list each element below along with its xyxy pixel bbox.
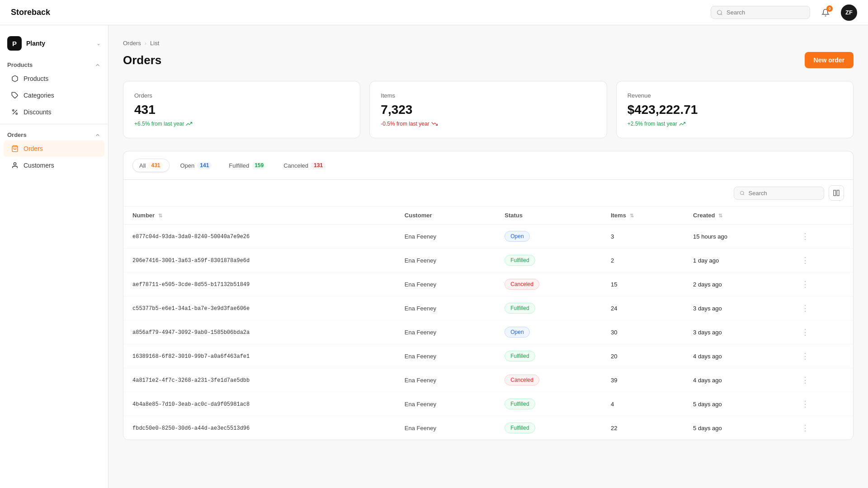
cell-number: 4b4a8e85-7d10-3eab-ac0c-da9f05981ac8 [123,392,396,416]
cell-actions: ⋮ [789,225,853,249]
notification-badge: 0 [826,5,833,12]
stat-change: +6.5% from last year [134,121,349,127]
orders-section-header[interactable]: Orders [0,128,108,140]
cell-actions: ⋮ [789,368,853,392]
cell-created: 5 days ago [684,392,789,416]
row-action-menu[interactable]: ⋮ [798,327,812,337]
cell-created: 5 days ago [684,416,789,440]
filter-label: Open [180,162,194,169]
status-badge: Fulfilled [505,255,535,266]
breadcrumb: Orders › List [123,40,854,47]
stat-value: 7,323 [381,103,595,117]
row-action-menu[interactable]: ⋮ [798,231,812,241]
cell-status: Fulfilled [495,416,602,440]
row-action-menu[interactable]: ⋮ [798,351,812,361]
col-items[interactable]: Items ⇅ [602,206,684,225]
cell-number: e877c04d-93da-3da0-8240-50040a7e9e26 [123,225,396,249]
sidebar-item-orders[interactable]: Orders [4,141,104,157]
table-search-input[interactable] [749,190,818,197]
table-row[interactable]: 4a8171e2-4f7c-3268-a231-3fe1d7ae5dbb Ena… [123,368,853,392]
cell-number: fbdc50e0-8250-30d6-a44d-ae3ec5513d96 [123,416,396,440]
trend-up-icon [679,121,685,127]
sidebar-item-customers[interactable]: Customers [4,157,104,174]
cell-items: 2 [602,249,684,272]
stat-value: 431 [134,103,349,117]
box-icon [11,75,19,83]
row-action-menu[interactable]: ⋮ [798,303,812,313]
table-row[interactable]: aef78711-e505-3cde-8d55-b17132b51849 Ena… [123,272,853,296]
filter-label: Canceled [283,162,308,169]
status-badge: Open [505,327,529,338]
sidebar-item-label: Orders [24,145,43,152]
row-action-menu[interactable]: ⋮ [798,375,812,385]
cell-created: 4 days ago [684,368,789,392]
sort-icon: ⇅ [630,213,634,218]
trend-up-icon [186,121,192,127]
percent-icon [11,108,19,116]
stat-card-revenue: Revenue $423,222.71 +2.5% from last year [616,81,854,138]
sidebar-item-categories[interactable]: Categories [4,87,104,103]
sort-icon: ⇅ [158,213,162,218]
sidebar-item-discounts[interactable]: Discounts [4,104,104,120]
breadcrumb-parent[interactable]: Orders [123,40,141,47]
table-row[interactable]: e877c04d-93da-3da0-8240-50040a7e9e26 Ena… [123,225,853,249]
tag-icon [11,91,19,99]
sidebar: P Planty ⌄ Products Products Categories [0,25,108,488]
status-badge: Canceled [505,279,539,290]
filter-open[interactable]: Open 141 [173,159,218,172]
sidebar-item-products[interactable]: Products [4,70,104,87]
page-title: Orders [123,53,161,67]
col-status: Status [495,206,602,225]
table-row[interactable]: fbdc50e0-8250-30d6-a44d-ae3ec5513d96 Ena… [123,416,853,440]
filter-fulfilled[interactable]: Fulfilled 159 [222,159,273,172]
products-section: Products Products Categories Discounts [0,58,108,120]
row-action-menu[interactable]: ⋮ [798,279,812,289]
global-search[interactable] [711,6,810,19]
table-row[interactable]: 4b4a8e85-7d10-3eab-ac0c-da9f05981ac8 Ena… [123,392,853,416]
table-row[interactable]: 16389168-6f82-3010-99b7-a0a6f463afe1 Ena… [123,344,853,368]
filter-all[interactable]: All 431 [132,159,170,172]
cell-items: 3 [602,225,684,249]
row-action-menu[interactable]: ⋮ [798,255,812,265]
table-row[interactable]: c55377b5-e6e1-34a1-ba7e-3e9d3fae606e Ena… [123,296,853,320]
products-section-header[interactable]: Products [0,58,108,70]
col-created[interactable]: Created ⇅ [684,206,789,225]
filter-count: 159 [252,162,266,169]
cell-items: 22 [602,416,684,440]
table-row[interactable]: a856af79-4947-3092-9ab0-1585b06bda2a Ena… [123,320,853,344]
sidebar-item-label: Customers [24,162,54,169]
col-number[interactable]: Number ⇅ [123,206,396,225]
products-section-title: Products [7,61,33,68]
table-header-row: Number ⇅ Customer Status Items ⇅ [123,206,853,225]
notification-button[interactable]: 0 [817,5,834,21]
row-action-menu[interactable]: ⋮ [798,423,812,433]
stat-change-text: +2.5% from last year [627,121,677,127]
sidebar-item-label: Discounts [24,108,51,116]
cell-status: Fulfilled [495,392,602,416]
cell-actions: ⋮ [789,320,853,344]
cell-customer: Ena Feeney [396,249,495,272]
svg-point-8 [740,191,744,195]
workspace-selector[interactable]: P Planty ⌄ [0,33,108,58]
workspace-icon: P [7,36,22,51]
cell-customer: Ena Feeney [396,392,495,416]
svg-point-7 [14,163,16,165]
global-search-input[interactable] [726,9,804,16]
table-search[interactable] [734,187,824,200]
cell-created: 3 days ago [684,320,789,344]
avatar[interactable]: ZF [841,5,857,21]
svg-line-1 [721,14,722,15]
cell-customer: Ena Feeney [396,416,495,440]
cell-number: a856af79-4947-3092-9ab0-1585b06bda2a [123,320,396,344]
sidebar-item-label: Products [24,75,48,82]
filter-canceled[interactable]: Canceled 131 [277,159,332,172]
columns-toggle-button[interactable] [829,185,844,201]
chevron-up-icon [94,62,101,68]
stat-change-text: +6.5% from last year [134,121,184,127]
new-order-button[interactable]: New order [805,52,854,68]
table-row[interactable]: 206e7416-3001-3a63-a59f-8301878a9e6d Ena… [123,249,853,272]
sidebar-item-label: Categories [24,92,54,99]
row-action-menu[interactable]: ⋮ [798,399,812,409]
cell-actions: ⋮ [789,272,853,296]
sort-icon: ⇅ [718,213,722,218]
